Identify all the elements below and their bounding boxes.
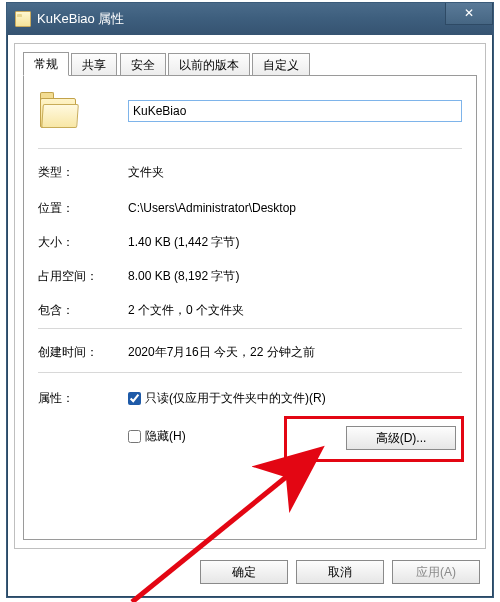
value-created: 2020年7月16日 今天，22 分钟之前 [128, 342, 462, 362]
folder-icon [15, 11, 31, 27]
folder-large-icon [38, 92, 80, 132]
client-area: 常规 共享 安全 以前的版本 自定义 类型： 文件夹 [14, 43, 486, 549]
row-size: 大小： 1.40 KB (1,442 字节) [38, 232, 462, 252]
label-size-on-disk: 占用空间： [38, 266, 118, 286]
tab-general[interactable]: 常规 [23, 52, 69, 76]
properties-window: KuKeBiao 属性 ✕ 常规 共享 安全 以前的版本 自定义 [6, 2, 494, 598]
tab-sharing[interactable]: 共享 [71, 53, 117, 76]
label-type: 类型： [38, 162, 118, 182]
value-location: C:\Users\Administrator\Desktop [128, 198, 462, 218]
apply-button[interactable]: 应用(A) [392, 560, 480, 584]
separator [38, 328, 462, 329]
checkbox-hidden[interactable] [128, 430, 141, 443]
cancel-button[interactable]: 取消 [296, 560, 384, 584]
label-hidden: 隐藏(H) [145, 426, 186, 446]
checkbox-readonly[interactable] [128, 392, 141, 405]
advanced-button[interactable]: 高级(D)... [346, 426, 456, 450]
value-type: 文件夹 [128, 162, 462, 182]
tab-panel-general: 类型： 文件夹 位置： C:\Users\Administrator\Deskt… [23, 75, 477, 540]
label-contains: 包含： [38, 300, 118, 320]
header-row [38, 90, 462, 140]
label-location: 位置： [38, 198, 118, 218]
row-type: 类型： 文件夹 [38, 162, 462, 182]
label-size: 大小： [38, 232, 118, 252]
ok-button[interactable]: 确定 [200, 560, 288, 584]
close-button[interactable]: ✕ [445, 3, 493, 25]
label-readonly: 只读(仅应用于文件夹中的文件)(R) [145, 388, 326, 408]
tab-security[interactable]: 安全 [120, 53, 166, 76]
tabstrip: 常规 共享 安全 以前的版本 自定义 [23, 52, 477, 76]
row-created: 创建时间： 2020年7月16日 今天，22 分钟之前 [38, 342, 462, 362]
tab-customize[interactable]: 自定义 [252, 53, 310, 76]
separator [38, 148, 462, 149]
tab-previous-versions[interactable]: 以前的版本 [168, 53, 250, 76]
row-size-on-disk: 占用空间： 8.00 KB (8,192 字节) [38, 266, 462, 286]
value-contains: 2 个文件，0 个文件夹 [128, 300, 462, 320]
separator [38, 372, 462, 373]
label-attributes: 属性： [38, 388, 118, 408]
window-title: KuKeBiao 属性 [37, 10, 124, 28]
dialog-buttons: 确定 取消 应用(A) [14, 555, 486, 589]
value-size-on-disk: 8.00 KB (8,192 字节) [128, 266, 462, 286]
value-size: 1.40 KB (1,442 字节) [128, 232, 462, 252]
row-attributes: 属性： 只读(仅应用于文件夹中的文件)(R) [38, 388, 462, 408]
row-location: 位置： C:\Users\Administrator\Desktop [38, 198, 462, 218]
row-contains: 包含： 2 个文件，0 个文件夹 [38, 300, 462, 320]
titlebar[interactable]: KuKeBiao 属性 ✕ [7, 3, 493, 35]
label-created: 创建时间： [38, 342, 118, 362]
folder-name-input[interactable] [128, 100, 462, 122]
close-icon: ✕ [464, 6, 474, 20]
